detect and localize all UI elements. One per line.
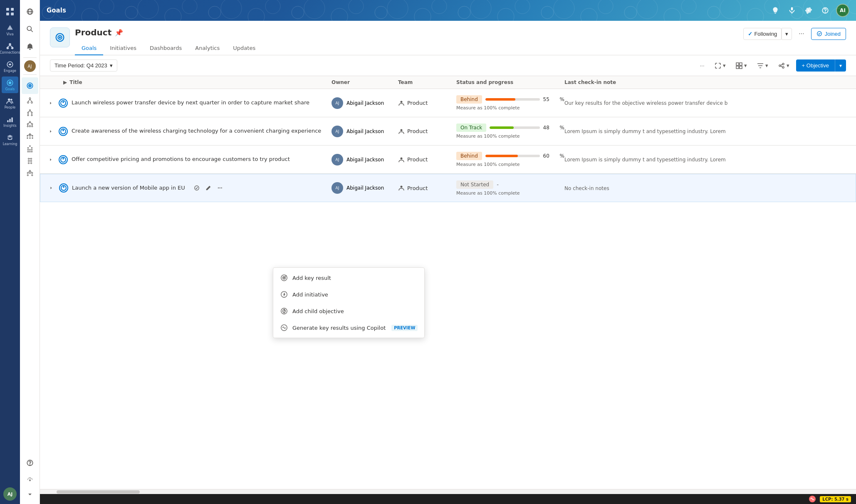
svg-point-6 (11, 47, 14, 49)
settings-icon-header[interactable] (803, 5, 814, 16)
nav-rail-apps[interactable] (2, 3, 18, 20)
svg-point-52 (29, 136, 30, 136)
row4-more-btn[interactable]: ··· (215, 183, 225, 193)
svg-point-27 (31, 102, 32, 104)
row4-expand-btn[interactable] (47, 184, 55, 192)
page-title-area: Product 📌 Goals Initiatives Dashboards A… (75, 27, 262, 55)
toolbar-share-btn[interactable]: ▾ (775, 60, 793, 72)
toolbar-more-btn[interactable]: ··· (697, 60, 708, 71)
nav-rail-people[interactable]: People (2, 95, 18, 111)
svg-point-25 (29, 98, 31, 99)
row2-title: Create awareness of the wireless chargin… (72, 127, 321, 135)
table-row: Launch a new version of Mobile app in EU… (40, 174, 856, 202)
svg-point-55 (29, 138, 30, 138)
nav-rail-insights[interactable]: Insights (2, 113, 18, 130)
row1-title: Launch wireless power transfer device by… (72, 99, 309, 106)
key-result-icon (280, 274, 288, 282)
tab-updates[interactable]: Updates (226, 42, 262, 55)
nav-rail-learning[interactable]: Learning (2, 131, 18, 148)
nav-rail-avatar[interactable]: AJ (3, 487, 17, 501)
toolbar-filter-btn[interactable]: ▾ (754, 60, 772, 72)
sidebar-item-bell[interactable] (22, 38, 38, 55)
objective-icon-4 (59, 183, 69, 193)
tab-analytics[interactable]: Analytics (188, 42, 226, 55)
sidebar-expand-btn[interactable] (25, 489, 35, 501)
svg-point-122 (284, 294, 285, 295)
svg-line-21 (31, 30, 33, 32)
row3-expand-btn[interactable] (47, 156, 55, 164)
col-team-header: Team (398, 79, 456, 85)
context-menu: Add key result Add initiative (273, 267, 425, 338)
nav-rail-engage[interactable]: Engage (2, 58, 18, 75)
sidebar-item-settings[interactable] (22, 472, 38, 489)
sidebar-item-hierarchy-6[interactable] (22, 155, 37, 167)
context-menu-copilot[interactable]: Generate key results using Copilot PREVI… (273, 319, 424, 336)
tab-dashboards[interactable]: Dashboards (143, 42, 188, 55)
sidebar-item-globe[interactable] (22, 3, 38, 20)
following-dropdown-btn[interactable]: ▾ (782, 28, 792, 40)
user-avatar-header[interactable]: AI (836, 4, 849, 17)
context-menu-add-initiative[interactable]: Add initiative (273, 286, 424, 303)
row2-status-badge: On Track (456, 124, 486, 132)
more-options-button[interactable]: ··· (795, 27, 807, 40)
sidebar-item-hierarchy-1[interactable] (22, 95, 37, 106)
row4-actions: ··· (192, 183, 225, 193)
lightbulb-icon[interactable] (769, 5, 781, 16)
row2-avatar: AJ (332, 126, 343, 137)
row4-title: Launch a new version of Mobile app in EU (72, 184, 185, 192)
row2-expand-btn[interactable] (47, 127, 55, 136)
sidebar-item-hierarchy-3[interactable] (22, 119, 37, 131)
page-header-actions: ✓ Following ▾ ··· Joined (743, 27, 846, 47)
objective-dropdown-btn[interactable]: ▾ (835, 59, 846, 72)
sidebar-item-search[interactable] (22, 21, 38, 37)
svg-point-44 (31, 126, 32, 127)
sidebar-item-hierarchy-7[interactable] (22, 167, 37, 179)
svg-rect-99 (740, 66, 742, 69)
row4-edit-btn[interactable] (203, 183, 213, 193)
row2-progress-bar (490, 126, 539, 129)
sidebar-user-avatar[interactable]: AJ (24, 60, 36, 72)
tab-goals[interactable]: Goals (75, 42, 103, 55)
nav-rail-goals[interactable]: Goals (2, 77, 18, 93)
toolbar-view-btn[interactable]: ▾ (732, 60, 750, 72)
svg-rect-14 (7, 120, 8, 122)
sidebar-item-hierarchy-2[interactable] (22, 107, 37, 119)
nav-rail-connections[interactable]: Connections (2, 40, 18, 57)
row4-avatar: AJ (332, 182, 343, 194)
help-icon-header[interactable] (819, 5, 831, 16)
svg-point-13 (10, 99, 12, 101)
svg-rect-1 (11, 8, 14, 11)
svg-point-102 (782, 67, 784, 68)
add-objective-btn[interactable]: + Objective (796, 59, 835, 72)
following-button[interactable]: ✓ Following (743, 28, 782, 40)
row2-progress-pct: 48 (543, 125, 557, 131)
table-row: Create awareness of the wireless chargin… (40, 117, 856, 146)
toolbar: Time Period: Q4 2023 ▾ ··· ▾ ▾ (40, 55, 856, 76)
status-bar: LCP: 5.37 s (40, 494, 856, 504)
joined-button[interactable]: Joined (811, 28, 846, 40)
row4-check-btn[interactable] (192, 183, 202, 193)
microphone-icon[interactable] (786, 5, 798, 16)
context-menu-add-child-objective[interactable]: Add child objective (273, 303, 424, 319)
svg-line-29 (30, 99, 32, 102)
svg-line-104 (781, 66, 782, 67)
toolbar-expand-btn[interactable]: ▾ (711, 60, 729, 72)
col-note-header: Last check-in note (564, 79, 849, 85)
tab-initiatives[interactable]: Initiatives (103, 42, 143, 55)
table-header: ▶ Title Owner Team Status and progress L… (40, 76, 856, 89)
row1-expand-btn[interactable] (47, 99, 55, 107)
sidebar-item-hierarchy-5[interactable] (22, 143, 37, 155)
sidebar-item-hierarchy-4[interactable] (22, 131, 37, 143)
toolbar-left: Time Period: Q4 2023 ▾ (50, 59, 117, 72)
context-menu-add-key-result[interactable]: Add key result (273, 269, 424, 286)
nav-rail-viva[interactable]: Viva (2, 22, 18, 38)
horizontal-scrollbar[interactable] (40, 489, 856, 494)
svg-point-42 (27, 126, 28, 127)
sidebar-item-help[interactable] (22, 455, 38, 471)
svg-point-39 (29, 121, 30, 123)
sidebar-item-target[interactable] (22, 77, 38, 94)
svg-line-36 (30, 111, 32, 112)
time-period-btn[interactable]: Time Period: Q4 2023 ▾ (50, 59, 117, 72)
row4-status-badge: Not Started (456, 180, 493, 189)
svg-point-86 (30, 465, 30, 465)
